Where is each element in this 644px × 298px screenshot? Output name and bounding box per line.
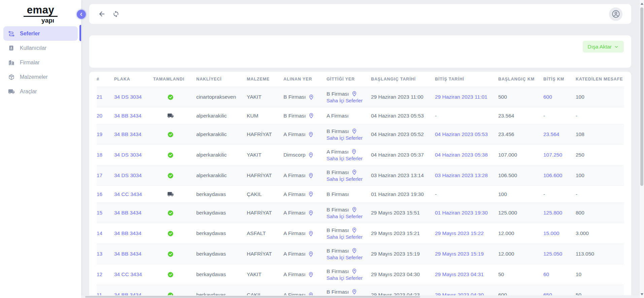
trip-number-link[interactable]: 15 [97,210,102,216]
saha-ici-seferler-link[interactable]: Saha İçi Seferler [327,135,371,141]
saha-ici-seferler-link[interactable]: Saha İçi Seferler [327,156,371,161]
column-header: BAŞLANGIÇ TARİHİ [371,77,435,81]
profile-button[interactable] [609,7,622,21]
refresh-button[interactable] [112,10,120,18]
plate-link[interactable]: 34 BB 3434 [114,113,141,119]
location-pin-icon [351,128,357,134]
end-km-link[interactable]: 107.250 [543,152,562,158]
covered-distance: - [576,113,624,119]
trip-number-link[interactable]: 16 [97,191,102,197]
end-date-link[interactable]: 29 Mayıs 2023 15:22 [435,230,484,236]
destination-name: B Firması [327,128,349,134]
saha-ici-seferler-link[interactable]: Saha İçi Seferler [327,275,371,281]
covered-distance: 50 [576,292,624,295]
end-date-link[interactable]: 04 Haziran 2023 05:38 [435,152,488,158]
origin-name: A Firması [283,210,305,216]
covered-distance: 113.050 [576,251,624,257]
trip-number-link[interactable]: 17 [97,172,102,178]
sidebar-item-firmalar[interactable]: Firmalar [3,55,78,70]
trip-number-link[interactable]: 12 [97,271,102,277]
sidebar-item-label: Seferler [20,31,40,37]
end-date-link[interactable]: 29 Haziran 2023 11:01 [435,94,487,100]
column-header: KATEDİLEN MESAFE [576,77,624,81]
end-km-link[interactable]: 600 [543,94,552,100]
end-km-link[interactable]: 60 [543,271,549,277]
scroll-down-arrow-icon[interactable] [641,293,643,295]
trip-number-link[interactable]: 19 [97,131,102,137]
end-date-link[interactable]: 01 Haziran 2023 19:30 [435,210,488,216]
trip-number-link[interactable]: 14 [97,230,102,236]
location-pin-icon [308,210,314,216]
end-km-link[interactable]: 650 [543,292,552,295]
start-date: 29 Mayıs 2023 15:51 [371,210,435,216]
end-km-link[interactable]: 125.050 [543,251,562,257]
start-km: 23.456 [498,131,543,137]
sidebar-item-araclar[interactable]: Araçlar [3,84,78,99]
id-card-icon [8,45,15,51]
vertical-scrollbar[interactable] [639,0,644,298]
end-km-link[interactable]: 23.564 [543,131,559,137]
plate-link[interactable]: 34 DS 3034 [114,152,142,158]
table-row: 1834 DS 3034alperkarakilicYAKITDimscorpA… [97,144,624,165]
start-km: 107.000 [498,152,543,158]
plate-link[interactable]: 34 CC 3434 [114,191,142,197]
table-row: 1434 BB 3434berkaydavasASFALTA FirmasıB … [97,223,624,243]
completed-check-icon [167,131,174,138]
plate-link[interactable]: 34 DS 3034 [114,172,142,178]
sidebar-collapse-button[interactable] [77,10,86,19]
vertical-scrollbar-thumb[interactable] [640,7,643,186]
plate-link[interactable]: 34 BB 3434 [114,292,141,295]
sidebar-item-malzemeler[interactable]: Malzemeler [3,70,78,84]
trip-number-link[interactable]: 13 [97,251,102,257]
saha-ici-seferler-link[interactable]: Saha İçi Seferler [327,176,371,182]
trip-number-link[interactable]: 21 [97,94,102,100]
location-pin-icon [308,113,314,119]
horizontal-scrollbar[interactable] [81,295,639,298]
end-km-link[interactable]: 125.800 [543,210,562,216]
trip-number-link[interactable]: 18 [97,152,102,158]
material-name: ÇAKIL [247,191,283,197]
start-km: 500 [498,94,543,100]
saha-ici-seferler-link[interactable]: Saha İçi Seferler [327,214,371,219]
end-date-link[interactable]: 29 Mayıs 2023 04:31 [435,271,484,277]
start-date: 29 Mayıs 2023 04:30 [371,271,435,277]
material-name: HAFRİYAT [247,210,283,216]
back-button[interactable] [98,10,106,18]
end-date-link[interactable]: 29 Mayıs 2023 15:19 [435,251,484,257]
trips-table: #PLAKATAMAMLANDINAKLİYECİMALZEMEALINAN Y… [89,72,631,295]
completed-check-icon [167,94,174,100]
covered-distance: - [576,191,624,197]
start-km: 12.000 [498,251,543,257]
saha-ici-seferler-link[interactable]: Saha İçi Seferler [327,234,371,240]
sidebar-item-kullanicilar[interactable]: Kullanıcılar [3,41,78,55]
material-name: HAFRİYAT [247,172,283,178]
end-date-link[interactable]: 04 Haziran 2023 05:53 [435,131,488,137]
end-km-link[interactable]: 15.000 [543,230,559,236]
completed-check-icon [167,251,174,257]
saha-ici-seferler-link[interactable]: Saha İçi Seferler [327,255,371,260]
plate-link[interactable]: 34 BB 3434 [114,210,141,216]
location-pin-icon [351,207,357,212]
trip-number-link[interactable]: 11 [97,292,102,295]
sidebar-item-seferler[interactable]: Seferler [3,26,78,41]
carrier-name: berkaydavas [196,230,247,236]
plate-link[interactable]: 34 BB 3434 [114,251,141,257]
end-date-link[interactable]: 29 Mayıs 2023 04:30 [435,292,484,295]
plate-link[interactable]: 34 BB 3434 [114,230,141,236]
plate-link[interactable]: 34 BB 3434 [114,131,141,137]
column-header: BAŞLANGIÇ KM [498,77,543,81]
column-header: BİTİŞ TARİHİ [435,77,498,81]
horizontal-scrollbar-thumb[interactable] [85,296,420,298]
plate-link[interactable]: 34 DS 3034 [114,94,142,100]
scroll-up-arrow-icon[interactable] [641,3,643,5]
trip-number-link[interactable]: 20 [97,113,102,119]
end-km-link[interactable]: 106.600 [543,172,562,178]
table-row: 1134 BB 3434berkaydavasÇAKILA FirmasıB F… [97,285,624,295]
material-name: YAKIT [247,152,283,158]
end-date-link[interactable]: 03 Haziran 2023 13:28 [435,172,488,178]
export-button[interactable]: Dışa Aktar [583,41,624,53]
plate-link[interactable]: 34 CC 3434 [114,271,142,277]
location-pin-icon [308,132,314,137]
saha-ici-seferler-link[interactable]: Saha İçi Seferler [327,98,371,103]
column-header: BİTİŞ KM [543,77,576,81]
